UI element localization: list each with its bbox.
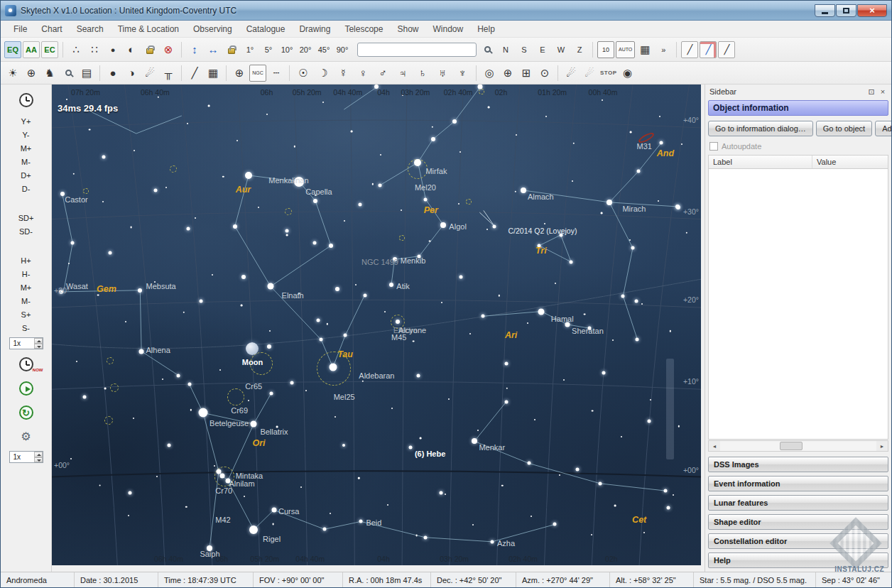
star[interactable] <box>109 251 112 254</box>
fov-10deg-button[interactable]: 10° <box>278 41 295 58</box>
chart-label-mel20[interactable]: Mel20 <box>415 183 436 192</box>
star[interactable] <box>245 172 252 179</box>
star[interactable] <box>82 396 86 399</box>
chart-label-beid[interactable]: Beid <box>366 518 381 527</box>
star[interactable] <box>414 159 421 166</box>
menu-time-location[interactable]: Time & Location <box>111 22 186 36</box>
animation-speed-spinner[interactable]: 1x <box>9 451 43 463</box>
cluster-marker[interactable] <box>479 89 484 94</box>
star[interactable] <box>621 294 625 298</box>
grid-table-icon[interactable]: ▦ <box>636 41 653 58</box>
star[interactable] <box>316 318 320 322</box>
cluster-marker[interactable] <box>110 383 119 392</box>
chart-label-hamal[interactable]: Hamal <box>551 315 574 323</box>
cluster-marker[interactable] <box>107 357 114 364</box>
sun-button[interactable]: ☉ <box>294 65 312 82</box>
chart-label-elnath[interactable]: Elnath <box>282 291 304 300</box>
mercury-button[interactable]: ☿ <box>334 65 352 82</box>
comet-black-icon[interactable]: ☄ <box>562 65 580 82</box>
star[interactable] <box>570 260 573 263</box>
realtime-mode-button[interactable]: ↻ <box>19 405 33 420</box>
star[interactable] <box>675 205 680 209</box>
menu-search[interactable]: Search <box>70 22 111 36</box>
search-input[interactable] <box>357 43 477 57</box>
star[interactable] <box>329 364 337 371</box>
circle-dot-icon[interactable]: ⊙ <box>536 65 553 82</box>
star[interactable] <box>268 283 274 290</box>
grid-10-icon[interactable]: 10 <box>597 41 614 58</box>
dotted-circle-icon[interactable]: ◎ <box>481 65 498 82</box>
chart-label-bellatrix[interactable]: Bellatrix <box>260 428 288 436</box>
menu-observing[interactable]: Observing <box>186 22 239 36</box>
star[interactable] <box>359 520 363 523</box>
date-y-minus-button[interactable]: Y- <box>9 128 44 141</box>
time-m-minus-button[interactable]: M- <box>9 294 44 307</box>
tool-diagonal-2-icon[interactable]: ╱ <box>700 41 717 58</box>
star[interactable] <box>440 222 446 228</box>
chart-label-sheratan[interactable]: Sheratan <box>572 327 604 335</box>
sidebar-float-icon[interactable]: ⊡ <box>866 87 877 97</box>
chart-label-per[interactable]: Per <box>424 205 438 215</box>
time-speed-spinner-up-arrow[interactable] <box>34 338 43 344</box>
zoom-window-icon[interactable]: ⊞ <box>518 65 535 82</box>
star[interactable] <box>472 438 477 444</box>
measure-grid-icon[interactable]: ▦ <box>205 65 222 82</box>
star[interactable] <box>269 391 273 395</box>
chart-legend-icon[interactable]: ▤ <box>78 65 95 82</box>
star[interactable] <box>396 320 400 324</box>
comet-gray-icon[interactable]: ☄ <box>581 65 598 82</box>
star[interactable] <box>667 506 670 509</box>
lock-view-icon[interactable] <box>223 41 240 58</box>
scroll-thumb[interactable] <box>780 442 803 450</box>
auto-frame-icon[interactable]: AUTO <box>616 41 635 58</box>
fov-90deg-button[interactable]: 90° <box>334 41 351 58</box>
chart-label-c-2014-q2-lovejoy[interactable]: C/2014 Q2 (Lovejoy) <box>508 227 577 235</box>
star[interactable] <box>220 474 225 479</box>
star[interactable] <box>290 381 294 384</box>
chart-label-mel25[interactable]: Mel25 <box>334 393 355 401</box>
date-m-plus-button[interactable]: M+ <box>9 141 44 155</box>
dotted-line-icon[interactable]: ┄ <box>268 65 285 82</box>
uranus-button[interactable]: ♅ <box>433 65 452 82</box>
chart-label-gem[interactable]: Gem <box>97 284 116 294</box>
star[interactable] <box>102 155 106 158</box>
chart-label-aldebaran[interactable]: Aldebaran <box>359 371 394 380</box>
fov-20deg-button[interactable]: 20° <box>297 41 314 58</box>
star[interactable] <box>431 137 435 141</box>
chart-label-castor[interactable]: Castor <box>65 195 87 204</box>
star[interactable] <box>344 334 347 337</box>
star[interactable] <box>139 349 144 354</box>
star[interactable] <box>200 299 203 303</box>
star[interactable] <box>267 344 271 349</box>
menu-chart[interactable]: Chart <box>34 22 69 36</box>
menu-show[interactable]: Show <box>390 22 425 36</box>
chart-label-aur[interactable]: Aur <box>236 185 251 195</box>
chart-label-rigel[interactable]: Rigel <box>263 535 281 543</box>
star[interactable] <box>342 444 345 447</box>
star[interactable] <box>128 491 131 495</box>
chart-label-menkar[interactable]: Menkar <box>479 443 505 452</box>
star[interactable] <box>647 419 651 423</box>
set-time-now-button[interactable]: NOW <box>19 357 33 371</box>
menu-file[interactable]: File <box>6 22 34 36</box>
star[interactable] <box>138 288 142 293</box>
chart-label-menkalinan[interactable]: Menkalinan <box>268 176 308 185</box>
star[interactable] <box>663 489 667 493</box>
chart-label-ngc-1499[interactable]: NGC 1499 <box>361 258 398 266</box>
value-column-header[interactable]: Value <box>812 156 888 168</box>
neptune-button[interactable]: ♆ <box>453 65 472 82</box>
time-speed-spinner-down-arrow[interactable] <box>34 344 43 349</box>
star[interactable] <box>504 361 508 365</box>
close-button[interactable]: × <box>857 4 887 17</box>
chart-label-algol[interactable]: Algol <box>449 222 466 231</box>
chart-label-alhena[interactable]: Alhena <box>146 346 170 354</box>
chart-label-moon[interactable]: Moon <box>242 358 263 366</box>
star[interactable] <box>660 141 663 144</box>
panel-help[interactable]: Help <box>708 552 888 568</box>
star[interactable] <box>631 246 635 250</box>
sidebar-close-icon[interactable]: × <box>877 87 888 97</box>
ec-coordinates-button[interactable]: EC <box>41 41 58 58</box>
cluster-marker[interactable] <box>104 416 113 425</box>
chart-label-6-hebe[interactable]: (6) Hebe <box>415 450 445 458</box>
star[interactable] <box>423 535 427 539</box>
